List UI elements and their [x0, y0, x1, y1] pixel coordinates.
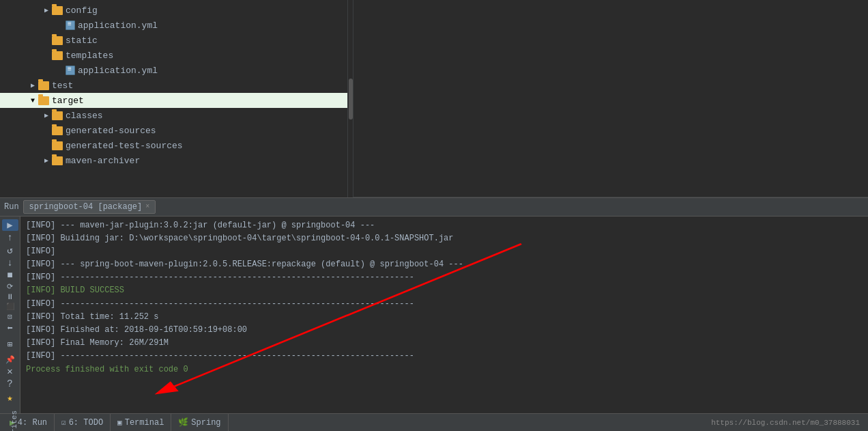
console-line-10: [INFO] Final Memory: 26M/291M: [26, 337, 863, 350]
folder-icon-templates: [52, 51, 63, 60]
folder-icon-gen-test-sources: [52, 141, 63, 150]
item-label-templates: templates: [66, 51, 113, 61]
pause-button[interactable]: ⏸: [2, 292, 18, 301]
arrow-config: ▶: [41, 6, 52, 14]
arrow-test: ▶: [27, 81, 38, 89]
console-area: [INFO] --- maven-jar-plugin:3.0.2:jar (d…: [20, 217, 868, 414]
arrow-target: ▼: [27, 97, 38, 105]
back-button[interactable]: ⬅: [2, 322, 18, 334]
tree-item-target[interactable]: ▼ target: [0, 93, 347, 108]
folder-icon-gen-sources: [52, 126, 63, 135]
console-line-7: [INFO] ---------------------------------…: [26, 298, 863, 311]
file-tree-panel: ▶ config application.yml static template…: [0, 0, 348, 197]
arrow-classes: ▶: [41, 111, 52, 120]
scroll-up-button[interactable]: ↑: [2, 232, 18, 243]
terminal-icon: ▣: [117, 418, 122, 427]
item-label-static: static: [66, 36, 98, 46]
console-line-2: [INFO] Building jar: D:\workspace\spring…: [26, 232, 863, 245]
console-line-3: [INFO]: [26, 245, 863, 258]
favorites-label: 2: Favorites: [2, 405, 18, 432]
folder-icon-static: [52, 36, 63, 45]
tree-item-appyml1[interactable]: application.yml: [0, 18, 347, 33]
console-line-4: [INFO] --- spring-boot-maven-plugin:2.0.…: [26, 258, 863, 271]
file-tree-scrollbar[interactable]: [348, 0, 353, 197]
folder-icon-target: [38, 96, 49, 105]
tab-spring-label: Spring: [191, 418, 220, 428]
item-label-gen-test-sources: generated-test-sources: [66, 141, 183, 151]
tree-item-config[interactable]: ▶ config: [0, 3, 347, 18]
tree-item-test[interactable]: ▶ test: [0, 78, 347, 93]
pin-button[interactable]: 📌: [2, 355, 18, 364]
item-label-maven-archiver: maven-archiver: [66, 156, 140, 166]
item-label-gen-sources: generated-sources: [66, 126, 156, 136]
console-line-11: [INFO] ---------------------------------…: [26, 350, 863, 363]
star-icon[interactable]: ★: [2, 392, 18, 404]
tree-item-appyml2[interactable]: application.yml: [0, 63, 347, 78]
tab-spring[interactable]: 🌿 Spring: [171, 414, 228, 431]
tree-item-gen-sources[interactable]: generated-sources: [0, 123, 347, 138]
item-label-appyml2: application.yml: [78, 66, 158, 76]
tab-todo-label: 6: TODO: [69, 418, 103, 428]
tree-item-templates[interactable]: templates: [0, 48, 347, 63]
bottom-area: ▶ ↑ ↺ ↓ ■ ⟳ ⏸ ⬛ ⊡ ⬅ ⊞ 📌 ✕ ? ★ 2: Favorit…: [0, 217, 868, 414]
item-label-config: config: [66, 5, 98, 16]
scroll-down-button[interactable]: ↓: [2, 258, 18, 268]
file-icon-appyml2: [66, 66, 75, 75]
left-sidebar: ▶ ↑ ↺ ↓ ■ ⟳ ⏸ ⬛ ⊡ ⬅ ⊞ 📌 ✕ ? ★ 2: Favorit…: [0, 217, 20, 414]
rerun-button[interactable]: ↺: [2, 245, 18, 256]
tab-todo[interactable]: ☑ 6: TODO: [55, 414, 111, 431]
run-label: Run: [4, 202, 19, 212]
folder-icon-config: [52, 6, 63, 15]
console-line-6: [INFO] BUILD SUCCESS: [26, 284, 863, 297]
file-tree-scrollbar-thumb[interactable]: [349, 79, 353, 120]
console-line-5: [INFO] ---------------------------------…: [26, 271, 863, 284]
spring-icon: 🌿: [178, 417, 188, 428]
help-button[interactable]: ?: [2, 378, 18, 389]
item-label-appyml1: application.yml: [78, 20, 158, 31]
stop-button[interactable]: ■: [2, 270, 18, 281]
grid-button[interactable]: ⊞: [2, 339, 18, 350]
tree-item-classes[interactable]: ▶ classes: [0, 108, 347, 123]
top-area: ▶ config application.yml static template…: [0, 0, 868, 197]
editor-panel: [353, 0, 868, 197]
file-icon-appyml1: [66, 20, 75, 30]
item-label-target: target: [52, 96, 84, 106]
console-output[interactable]: [INFO] --- maven-jar-plugin:3.0.2:jar (d…: [20, 217, 868, 414]
console-line-9: [INFO] Finished at: 2018-09-16T00:59:19+…: [26, 324, 863, 337]
console-line-13: Process finished with exit code 0: [26, 363, 863, 376]
tree-item-maven-archiver[interactable]: ▶ maven-archiver: [0, 153, 347, 168]
console-line-1: [INFO] --- maven-jar-plugin:3.0.2:jar (d…: [26, 219, 863, 232]
folder-icon-maven-archiver: [52, 156, 63, 165]
console-line-8: [INFO] Total time: 11.252 s: [26, 311, 863, 324]
item-label-test: test: [52, 81, 73, 91]
todo-icon: ☑: [61, 418, 66, 427]
run-tab-close[interactable]: ×: [145, 203, 149, 210]
tree-item-gen-test-sources[interactable]: generated-test-sources: [0, 138, 347, 153]
redeploy-button[interactable]: ⟳: [2, 282, 18, 291]
bottom-toolbar: ▶ 4: Run ☑ 6: TODO ▣ Terminal 🌿 Spring h…: [0, 413, 868, 431]
item-label-classes: classes: [66, 111, 103, 121]
bottom-right-info: https://blog.csdn.net/m0_37888031: [711, 419, 865, 427]
run-tab-bar: Run springboot-04 [package] ×: [0, 197, 868, 217]
play-button[interactable]: ▶: [2, 219, 18, 231]
tab-terminal-label: Terminal: [125, 418, 164, 428]
folder-icon-classes: [52, 111, 63, 120]
folder-icon-test: [38, 81, 49, 90]
tree-item-static[interactable]: static: [0, 33, 347, 48]
run-tab-name: springboot-04 [package]: [29, 202, 143, 212]
camera-button[interactable]: ⊡: [2, 312, 18, 321]
close-button[interactable]: ✕: [2, 365, 18, 377]
run-tab-springboot[interactable]: springboot-04 [package] ×: [23, 200, 156, 214]
tab-run-label: 4: Run: [18, 418, 47, 428]
step-button[interactable]: ⬛: [2, 303, 18, 311]
arrow-maven-archiver: ▶: [41, 156, 52, 165]
tab-terminal[interactable]: ▣ Terminal: [111, 414, 171, 431]
